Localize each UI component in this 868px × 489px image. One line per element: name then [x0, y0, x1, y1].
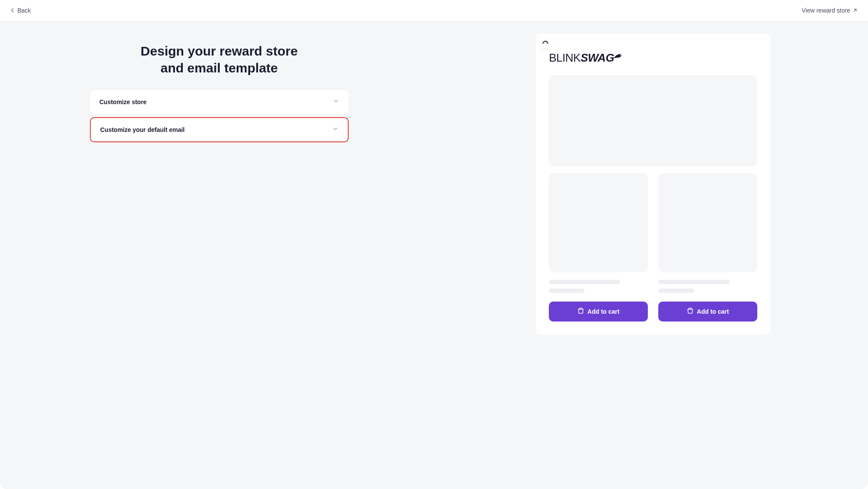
add-to-cart-button[interactable]: Add to cart: [549, 302, 648, 322]
hero-image-placeholder: [549, 75, 757, 166]
add-to-cart-label: Add to cart: [587, 308, 620, 315]
product-title-placeholder: [549, 280, 620, 284]
header: Back View reward store: [0, 0, 868, 21]
product-image-placeholder: [549, 173, 648, 272]
page-title: Design your reward store and email templ…: [132, 43, 306, 76]
product-image-placeholder: [658, 173, 757, 272]
accordion-group: Customize store Customize your default e…: [90, 90, 349, 142]
cart-icon: [687, 308, 693, 315]
cart-icon: [578, 308, 584, 315]
view-reward-store-button[interactable]: View reward store: [802, 7, 858, 14]
products-row: Add to cart: [549, 173, 757, 322]
chevron-down-icon: [332, 126, 338, 134]
add-to-cart-button[interactable]: Add to cart: [658, 302, 757, 322]
store-preview: BLINKSWAG: [536, 34, 770, 335]
accordion-customize-email[interactable]: Customize your default email: [90, 117, 349, 142]
product-card: Add to cart: [549, 173, 648, 322]
logo-part-1: BLINK: [549, 51, 581, 65]
view-store-label: View reward store: [802, 7, 850, 14]
accordion-label: Customize your default email: [100, 126, 185, 133]
product-price-placeholder: [549, 289, 584, 293]
accordion-customize-store[interactable]: Customize store: [90, 90, 349, 114]
product-price-placeholder: [658, 289, 694, 293]
preview-badge-icon: [539, 37, 551, 49]
back-button[interactable]: Back: [10, 7, 31, 14]
logo-part-2: SWAG: [581, 51, 614, 65]
product-card: Add to cart: [658, 173, 757, 322]
chevron-left-icon: [10, 7, 15, 14]
external-link-icon: [853, 7, 858, 14]
add-to-cart-label: Add to cart: [697, 308, 729, 315]
product-title-placeholder: [658, 280, 729, 284]
chevron-down-icon: [333, 98, 339, 106]
design-panel: Design your reward store and email templ…: [0, 21, 439, 489]
brand-logo: BLINKSWAG: [549, 51, 757, 65]
preview-panel: BLINKSWAG: [439, 21, 868, 489]
swoosh-icon: [614, 51, 623, 65]
accordion-label: Customize store: [99, 98, 147, 105]
back-label: Back: [17, 7, 31, 14]
